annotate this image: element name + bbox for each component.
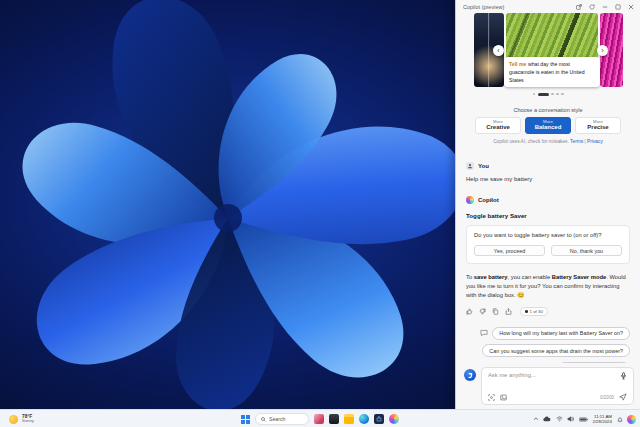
style-creative-button[interactable]: More Creative: [475, 117, 521, 134]
add-screenshot-icon[interactable]: [488, 394, 495, 401]
close-icon[interactable]: [628, 4, 634, 10]
page-dot[interactable]: [561, 93, 564, 96]
copilot-taskbar-icon[interactable]: [389, 414, 399, 424]
answer-text: To: [466, 274, 474, 280]
taskbar-clock[interactable]: 11:11 AM 2/28/2024: [592, 414, 612, 425]
page-dot[interactable]: [551, 93, 554, 96]
style-balanced-button[interactable]: More Balanced: [525, 117, 571, 134]
suggestion-chips: How long will my battery last with Batte…: [466, 327, 630, 363]
copilot-tray-icon[interactable]: [627, 415, 636, 424]
copilot-composer-icon: [464, 369, 476, 381]
taskbar: 78°F Sunny Search 11:11 AM: [0, 409, 640, 427]
page-dot[interactable]: [533, 93, 536, 96]
conversation-style-picker: More Creative More Balanced More Precise: [456, 117, 640, 134]
thumbs-down-icon[interactable]: [479, 308, 486, 315]
ask-input[interactable]: [488, 372, 616, 378]
style-label: Creative: [486, 124, 510, 131]
counter-text: 1 of 30: [530, 309, 543, 314]
window-title: Copilot (preview): [463, 4, 504, 10]
suggestion-row: Can you suggest some apps that drain the…: [482, 344, 630, 357]
popout-icon[interactable]: [576, 4, 582, 10]
weather-widget[interactable]: 78°F Sunny: [9, 410, 34, 427]
refresh-icon[interactable]: [589, 4, 595, 10]
microphone-icon[interactable]: [620, 372, 627, 380]
maximize-icon[interactable]: [615, 4, 621, 10]
chat-input-box[interactable]: 0/2000: [481, 367, 634, 405]
input-top-row: [488, 372, 627, 380]
dialog-buttons: Yes, proceed No, thank you: [474, 245, 622, 256]
notification-bell-icon[interactable]: [617, 416, 623, 423]
yes-proceed-button[interactable]: Yes, proceed: [474, 245, 545, 256]
carousel-prev-button[interactable]: ‹: [493, 45, 504, 56]
tooltip-highlight: Tell me: [509, 61, 527, 67]
copilot-window: Copilot (preview) ‹ › Tell me what day t…: [455, 0, 640, 409]
copilot-titlebar: Copilot (preview): [456, 0, 640, 13]
search-label: Search: [269, 416, 285, 422]
pinned-app-icon-1[interactable]: [314, 414, 324, 424]
start-button[interactable]: [241, 415, 250, 424]
search-icon: [261, 417, 266, 422]
assistant-name: Copilot: [478, 197, 499, 203]
hidden-icons-chevron[interactable]: [533, 416, 539, 422]
edge-browser-icon[interactable]: [359, 414, 369, 424]
send-icon[interactable]: [619, 393, 627, 401]
minimize-icon[interactable]: [602, 4, 608, 10]
user-name: You: [478, 163, 489, 169]
battery-saver-dialog: Do you want to toggle battery saver to (…: [466, 225, 630, 264]
window-controls: [576, 4, 634, 10]
pinned-app-icon-2[interactable]: [329, 414, 339, 424]
copy-icon[interactable]: [492, 308, 499, 315]
no-thank-you-button[interactable]: No, thank you: [551, 245, 622, 256]
volume-icon[interactable]: [567, 416, 574, 422]
answer-bold: save battery: [474, 274, 508, 280]
answer-text: , you can enable: [508, 274, 552, 280]
carousel-pagination[interactable]: [456, 90, 640, 98]
user-message: Help me save my battery: [466, 176, 630, 182]
taskbar-center: Search: [241, 410, 399, 427]
assistant-answer: To save battery, you can enable Battery …: [466, 273, 630, 300]
search-box[interactable]: Search: [255, 413, 309, 425]
answer-bold: Battery Saver mode: [552, 274, 606, 280]
weather-condition: Sunny: [22, 419, 34, 424]
battery-icon[interactable]: [579, 417, 588, 422]
user-avatar: [466, 162, 474, 170]
microsoft-store-icon[interactable]: [374, 414, 384, 424]
smiley-emoji: 😊: [517, 292, 524, 298]
suggestion-bubble-icon: [480, 329, 488, 337]
action-title: Toggle battery Saver: [466, 212, 630, 219]
counter-dot: [525, 310, 528, 313]
page-dot[interactable]: [556, 93, 559, 96]
dialog-question: Do you want to toggle battery saver to (…: [474, 232, 622, 238]
clock-date: 2/28/2024: [592, 419, 612, 424]
export-icon[interactable]: [505, 308, 512, 315]
composer: 0/2000: [456, 363, 640, 409]
conversation-style-heading: Choose a conversation style: [456, 107, 640, 113]
add-image-icon[interactable]: [500, 394, 507, 401]
assistant-message-header: Copilot: [466, 196, 630, 204]
system-tray: 11:11 AM 2/28/2024: [533, 410, 636, 427]
style-precise-button[interactable]: More Precise: [575, 117, 621, 134]
discover-carousel: ‹ › Tell me what day the most guacamole …: [456, 13, 640, 87]
sun-icon: [9, 415, 18, 424]
response-actions: 1 of 30: [466, 307, 630, 316]
file-explorer-icon[interactable]: [344, 414, 354, 424]
char-counter: 0/2000: [600, 395, 614, 400]
style-label: Precise: [587, 124, 608, 131]
copilot-avatar-icon: [466, 196, 474, 204]
style-label: Balanced: [535, 124, 562, 131]
screen: Copilot (preview) ‹ › Tell me what day t…: [0, 0, 640, 427]
onedrive-cloud-icon[interactable]: [543, 416, 551, 422]
response-counter: 1 of 30: [520, 307, 548, 316]
weather-text: 78°F Sunny: [22, 414, 34, 424]
carousel-next-button[interactable]: ›: [597, 45, 608, 56]
wifi-icon[interactable]: [556, 416, 563, 422]
user-message-header: You: [466, 162, 630, 170]
thumbs-up-icon[interactable]: [466, 308, 473, 315]
chat-area: You Help me save my battery Copilot Togg…: [456, 144, 640, 363]
suggestion-chip-2[interactable]: Can you suggest some apps that drain the…: [482, 344, 630, 357]
page-dot-active[interactable]: [538, 93, 549, 96]
suggestion-chip-1[interactable]: How long will my battery last with Batte…: [492, 327, 630, 340]
input-bottom-row: 0/2000: [488, 393, 627, 401]
carousel-prompt-tooltip[interactable]: Tell me what day the most guacamole is e…: [504, 57, 600, 87]
suggestion-row: How long will my battery last with Batte…: [480, 327, 630, 340]
